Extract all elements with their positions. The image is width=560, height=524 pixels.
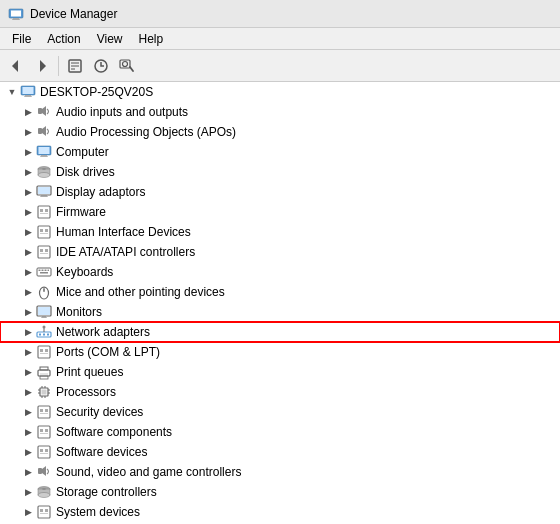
tree-item-software-devices[interactable]: ▶Software devices (0, 442, 560, 462)
svg-marker-5 (40, 60, 46, 72)
item-label-network-adapters: Network adapters (56, 325, 150, 339)
properties-button[interactable] (63, 54, 87, 78)
svg-rect-49 (40, 272, 48, 274)
svg-rect-64 (40, 349, 43, 352)
svg-rect-59 (43, 334, 45, 336)
menu-bar: File Action View Help (0, 28, 560, 50)
tree-item-monitors[interactable]: ▶Monitors (0, 302, 560, 322)
item-label-software-devices: Software devices (56, 445, 147, 459)
svg-rect-40 (38, 246, 50, 258)
item-label-system-devices: System devices (56, 505, 140, 519)
item-label-sound-video: Sound, video and game controllers (56, 465, 241, 479)
svg-rect-3 (12, 19, 20, 20)
item-label-ide-atapi: IDE ATA/ATAPI controllers (56, 245, 195, 259)
svg-rect-89 (38, 446, 50, 458)
generic-icon-software-devices (36, 444, 52, 460)
expand-arrow-sound-video: ▶ (20, 464, 36, 480)
generic-icon-firmware (36, 204, 52, 220)
device-tree[interactable]: ▼ DESKTOP-25QV20S ▶Audio inputs and outp… (0, 82, 560, 524)
root-label: DESKTOP-25QV20S (40, 85, 153, 99)
scan-button[interactable] (115, 54, 139, 78)
item-label-audio-inputs: Audio inputs and outputs (56, 105, 188, 119)
tree-root[interactable]: ▼ DESKTOP-25QV20S (0, 82, 560, 102)
svg-rect-66 (45, 349, 48, 352)
tree-item-system-devices[interactable]: ▶System devices (0, 502, 560, 522)
tree-item-mice[interactable]: ▶Mice and other pointing devices (0, 282, 560, 302)
back-button[interactable] (4, 54, 28, 78)
expand-arrow-computer: ▶ (20, 144, 36, 160)
svg-rect-2 (13, 18, 19, 20)
menu-help[interactable]: Help (131, 30, 172, 48)
forward-button[interactable] (30, 54, 54, 78)
display-icon-display-adaptors (36, 184, 52, 200)
processor-icon-processors (36, 384, 52, 400)
menu-file[interactable]: File (4, 30, 39, 48)
generic-icon-ide-atapi (36, 244, 52, 260)
menu-view[interactable]: View (89, 30, 131, 48)
tree-item-storage-controllers[interactable]: ▶Storage controllers (0, 482, 560, 502)
tree-item-human-interface[interactable]: ▶Human Interface Devices (0, 222, 560, 242)
svg-rect-34 (40, 213, 48, 214)
svg-rect-33 (40, 209, 43, 212)
item-label-audio-processing: Audio Processing Objects (APOs) (56, 125, 236, 139)
svg-rect-58 (39, 334, 41, 336)
item-label-print-queues: Print queues (56, 365, 123, 379)
svg-rect-42 (40, 253, 48, 254)
svg-rect-29 (38, 187, 50, 194)
expand-arrow-software-devices: ▶ (20, 444, 36, 460)
svg-rect-60 (47, 334, 49, 336)
expand-arrow-security-devices: ▶ (20, 404, 36, 420)
tree-item-disk-drives[interactable]: ▶Disk drives (0, 162, 560, 182)
svg-rect-98 (38, 506, 50, 518)
svg-rect-63 (38, 346, 50, 358)
expand-arrow-audio-inputs: ▶ (20, 104, 36, 120)
tree-item-computer[interactable]: ▶Computer (0, 142, 560, 162)
svg-rect-36 (38, 226, 50, 238)
tree-item-sound-video[interactable]: ▶Sound, video and game controllers (0, 462, 560, 482)
tree-item-ports-com[interactable]: ▶Ports (COM & LPT) (0, 342, 560, 362)
svg-rect-22 (41, 155, 47, 157)
svg-rect-43 (45, 249, 48, 252)
svg-rect-21 (39, 147, 50, 154)
svg-rect-37 (40, 229, 43, 232)
expand-arrow-print-queues: ▶ (20, 364, 36, 380)
update-button[interactable] (89, 54, 113, 78)
root-expand-arrow: ▼ (4, 84, 20, 100)
tree-item-audio-processing[interactable]: ▶Audio Processing Objects (APOs) (0, 122, 560, 142)
svg-rect-39 (45, 229, 48, 232)
svg-rect-18 (38, 108, 42, 114)
item-label-processors: Processors (56, 385, 116, 399)
tree-item-processors[interactable]: ▶Processors (0, 382, 560, 402)
svg-rect-56 (41, 318, 47, 319)
generic-icon-human-interface (36, 224, 52, 240)
expand-arrow-human-interface: ▶ (20, 224, 36, 240)
menu-action[interactable]: Action (39, 30, 88, 48)
tree-item-display-adaptors[interactable]: ▶Display adaptors (0, 182, 560, 202)
tree-item-audio-inputs[interactable]: ▶Audio inputs and outputs (0, 102, 560, 122)
tree-item-keyboards[interactable]: ▶Keyboards (0, 262, 560, 282)
tree-item-firmware[interactable]: ▶Firmware (0, 202, 560, 222)
svg-rect-65 (40, 353, 48, 354)
printer-icon-print-queues (36, 364, 52, 380)
svg-rect-41 (40, 249, 43, 252)
keyboard-icon-keyboards (36, 264, 52, 280)
tree-item-network-adapters[interactable]: ▶Network adapters (0, 322, 560, 342)
tree-item-security-devices[interactable]: ▶Security devices (0, 402, 560, 422)
tree-item-ide-atapi[interactable]: ▶IDE ATA/ATAPI controllers (0, 242, 560, 262)
svg-rect-93 (38, 468, 42, 474)
expand-arrow-audio-processing: ▶ (20, 124, 36, 140)
svg-rect-45 (39, 270, 41, 272)
expand-arrow-ports-com: ▶ (20, 344, 36, 360)
expand-arrow-ide-atapi: ▶ (20, 244, 36, 260)
tree-item-software-components[interactable]: ▶Software components (0, 422, 560, 442)
tree-item-print-queues[interactable]: ▶Print queues (0, 362, 560, 382)
svg-rect-54 (38, 307, 50, 315)
expand-arrow-network-adapters: ▶ (20, 324, 36, 340)
toolbar (0, 50, 560, 82)
audio-icon-sound-video (36, 464, 52, 480)
svg-rect-48 (48, 270, 50, 272)
title-bar: Device Manager (0, 0, 560, 28)
svg-rect-92 (45, 449, 48, 452)
item-label-disk-drives: Disk drives (56, 165, 115, 179)
item-label-computer: Computer (56, 145, 109, 159)
